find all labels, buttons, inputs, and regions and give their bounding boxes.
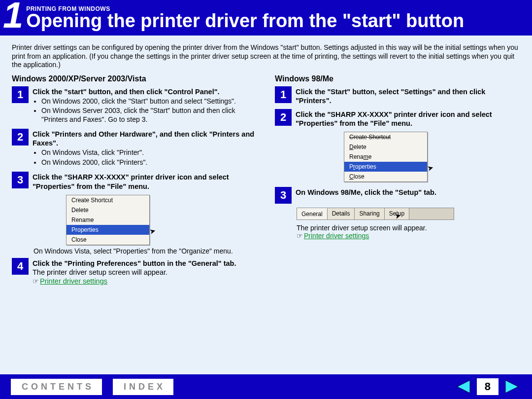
chapter-number: 1 [3,0,26,34]
cursor-icon: ➤ [148,225,157,236]
right-heading: Windows 98/Me [275,74,520,83]
svg-marker-1 [505,380,518,393]
step-number: 1 [275,86,292,103]
step-number: 2 [12,129,29,145]
index-button[interactable]: INDEX [113,379,173,395]
page-header: 1 PRINTING FROM WINDOWS Opening the prin… [0,0,532,36]
step-number: 3 [12,172,29,188]
step-title: Click the "start" button, and then click… [33,87,257,96]
menu-item: Create Shortcut [66,195,149,205]
content-area: Printer driver settings can be configure… [0,36,532,290]
step-number: 2 [275,109,292,126]
contents-button[interactable]: CONTENTS [11,379,102,395]
step-title: Click "Printers and Other Hardware", and… [33,130,257,147]
menu-item: Create Shortcut [344,132,427,142]
page-title: Opening the printer driver from the "sta… [26,11,464,31]
step-number: 4 [12,258,29,275]
menu-item: Delete [66,205,149,215]
context-menu-illustration: Create Shortcut Delete Rename Properties… [66,195,257,245]
bullet: On Windows 2000, click the "Start" butto… [41,97,257,106]
footer-bar: CONTENTS INDEX 8 [0,374,532,399]
menu-item-highlighted: Properties ➤ [66,225,149,235]
bullet: On Windows Server 2003, click the "Start… [41,107,257,124]
left-step-2: 2 Click "Printers and Other Hardware", a… [12,129,257,168]
menu-item: Close [344,172,427,181]
pointing-hand-icon: ☞ [33,277,39,285]
left-step-3: 3 Click the "SHARP XX-XXXX" printer driv… [12,172,257,190]
left-step-1: 1 Click the "start" button, and then cli… [12,86,257,125]
intro-paragraph: Printer driver settings can be configure… [12,43,520,70]
tab: Sharing [355,208,384,219]
left-column: Windows 2000/XP/Server 2003/Vista 1 Clic… [12,74,257,290]
triangle-left-icon [455,379,472,394]
svg-marker-0 [457,380,470,393]
context-menu-illustration: Create Shortcut Delete Rename Properties… [344,132,520,182]
step-after: The printer driver setup screen will app… [33,268,257,277]
menu-item: Close [66,235,149,245]
printer-driver-settings-link[interactable]: Printer driver settings [40,277,107,285]
printer-driver-settings-link[interactable]: Printer driver settings [304,232,369,240]
right-step-1: 1 Click the "Start" button, select "Sett… [275,86,520,105]
next-page-button[interactable] [502,378,521,395]
prev-page-button[interactable] [454,378,473,395]
menu-item: Rename [344,152,427,162]
left-step-4: 4 Click the "Printing Preferences" butto… [12,258,257,286]
menu-item: Delete [344,142,427,152]
tab: General [297,208,328,219]
page-number: 8 [477,378,499,395]
cursor-icon: ➤ [426,163,434,173]
bullet: On Windows Vista, click "Printer". [41,148,257,157]
note-text: On Windows Vista, select "Properties" fr… [33,247,257,255]
menu-item: Rename [66,215,149,225]
bullet: On Windows 2000, click "Printers". [41,158,257,167]
step-number: 3 [275,187,292,204]
left-heading: Windows 2000/XP/Server 2003/Vista [12,74,257,83]
tab-strip-illustration: General Details Sharing Setup ➤ [297,208,454,220]
menu-item-highlighted: Properties ➤ [344,162,427,172]
step-number: 1 [12,86,29,103]
step-title: Click the "Start" button, select "Settin… [296,87,520,105]
step-title: On Windows 98/Me, click the "Setup" tab. [296,188,520,197]
right-step-2: 2 Click the "SHARP XX-XXXX" printer driv… [275,109,520,128]
step-after: The printer driver setup screen will app… [297,224,520,232]
tab: Details [328,208,355,219]
right-step-3: 3 On Windows 98/Me, click the "Setup" ta… [275,187,520,204]
triangle-right-icon [503,379,520,394]
pointing-hand-icon: ☞ [297,232,303,240]
step-title: Click the "Printing Preferences" button … [33,259,257,268]
right-column: Windows 98/Me 1 Click the "Start" button… [275,74,520,290]
step-title: Click the "SHARP XX-XXXX" printer driver… [33,173,257,190]
step-title: Click the "SHARP XX-XXXX" printer driver… [296,110,520,128]
